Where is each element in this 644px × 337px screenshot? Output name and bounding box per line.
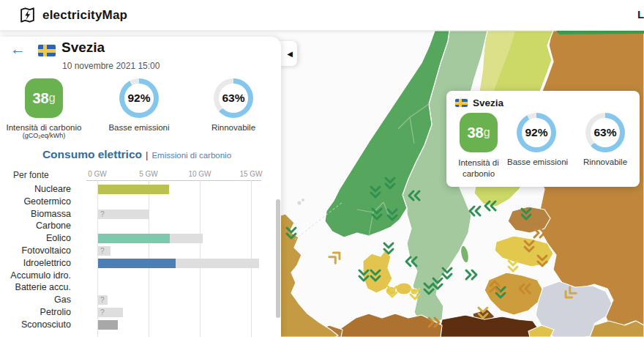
source-bar[interactable] [98,185,169,194]
donut-value: 92% [119,78,159,118]
carbon-intensity-unit: g [49,92,56,105]
stat-sublabel: (gCO₂eq/kWh) [6,132,82,139]
percentage-donut-stat: 63%Rinnovabile [190,78,277,132]
stat-label: Basse emissioni [95,123,183,132]
x-tick-label: 5 GW [132,170,165,178]
carbon-intensity-box: 38g [25,78,63,118]
source-label: Gas [0,295,71,305]
source-bar[interactable]: ? [98,210,149,219]
source-label: Petrolio [0,308,71,317]
production-bar [98,259,176,268]
tab-electricity-consumption[interactable]: Consumo elettrico [42,148,142,161]
tooltip-stats: 38gIntensità di carbonio92%Basse emissio… [446,113,640,183]
map-island-gray-1 [298,201,302,205]
language-button[interactable]: L [637,8,644,21]
app-title: electricityMap [42,8,127,23]
tab-carbon-emissions[interactable]: Emissioni di carbonio [151,151,231,160]
stat-label: Intensità di carbonio [449,158,508,179]
production-bar-chart: 0 GW5 GW10 GW15 GWNucleareGeotermicoBiom… [0,180,281,337]
donut-gauge: 63% [585,113,625,152]
source-bar[interactable]: ? [98,308,123,317]
x-tick-label: 0 GW [81,170,113,178]
x-tick-label: 15 GW [235,170,267,178]
unknown-marker: ? [100,295,105,305]
source-label: Sconosciuto [0,320,71,330]
percentage-donut-stat: 63%Rinnovabile [576,113,634,166]
sweden-flag-icon [38,45,56,56]
production-bar [98,234,170,243]
stat-label: Rinnovabile [190,123,277,132]
country-datetime: 10 novembre 2021 15:00 [62,61,160,71]
donut-gauge: 63% [214,78,253,118]
stat-label: Basse emissioni [507,158,566,166]
tab-divider: | [146,149,148,160]
unknown-marker: ? [100,308,105,317]
collapse-left-icon: ◀ [287,50,293,58]
unknown-marker: ? [100,246,105,256]
source-bar[interactable] [98,320,118,330]
x-axis-line [86,180,261,181]
source-bar[interactable]: ? [98,246,111,256]
map-island-gray-2 [302,199,304,201]
panel-scrollbar[interactable] [276,199,280,318]
carbon-intensity-value: 38 [32,90,48,107]
tooltip-country-name: Svezia [473,97,503,108]
donut-value: 63% [585,113,625,152]
source-label: Fotovoltaico [0,246,71,256]
chart-heading: Per fonte [13,170,49,180]
stat-label: Intensità di carbonio [6,123,82,132]
carbon-intensity-box: 38g [460,113,498,152]
source-bar[interactable] [98,259,259,268]
donut-value: 92% [517,113,556,152]
percentage-donut-stat: 92%Basse emissioni [507,113,566,166]
source-label: Idroelettrico [0,259,71,268]
view-tabs: Consumo elettrico | Emissioni di carboni… [0,148,274,161]
sweden-flag-icon [455,99,468,107]
app-header: electricityMap L [0,0,644,31]
production-bar [98,185,169,194]
country-hover-card: Svezia 38gIntensità di carbonio92%Basse … [446,91,640,187]
carbon-intensity-value: 38 [467,125,483,141]
source-bar[interactable] [98,234,203,243]
source-label: Eolico [0,234,71,243]
country-panel: ← Svezia 10 novembre 2021 15:00 38gInten… [0,37,281,337]
source-label: Geotermico [0,197,71,207]
source-label: Batterie accu. [0,283,71,292]
carbon-intensity-stat: 38gIntensità di carbonio(gCO₂eq/kWh) [6,78,82,139]
x-tick-label: 10 GW [184,170,216,178]
unknown-marker: ? [100,210,105,219]
source-bar[interactable]: ? [98,295,108,305]
production-bar [98,320,118,330]
source-label: Nucleare [0,185,71,194]
donut-gauge: 92% [517,113,556,152]
back-arrow-icon[interactable]: ← [10,41,26,56]
carbon-intensity-unit: g [484,126,490,139]
percentage-donut-stat: 92%Basse emissioni [95,78,183,132]
source-label: Carbone [0,221,71,231]
electricitymap-logo-icon [19,7,36,23]
country-title: Svezia [61,40,105,56]
electricitymap-app: Svezia 38gIntensità di carbonio92%Basse … [0,0,644,337]
source-label: Accumulo idro. [0,271,71,281]
donut-value: 63% [214,78,253,118]
source-label: Biomassa [0,210,71,219]
capacity-bar [98,210,149,219]
stat-label: Rinnovabile [576,158,634,166]
carbon-intensity-stat: 38gIntensità di carbonio [449,113,508,179]
donut-gauge: 92% [119,78,159,118]
